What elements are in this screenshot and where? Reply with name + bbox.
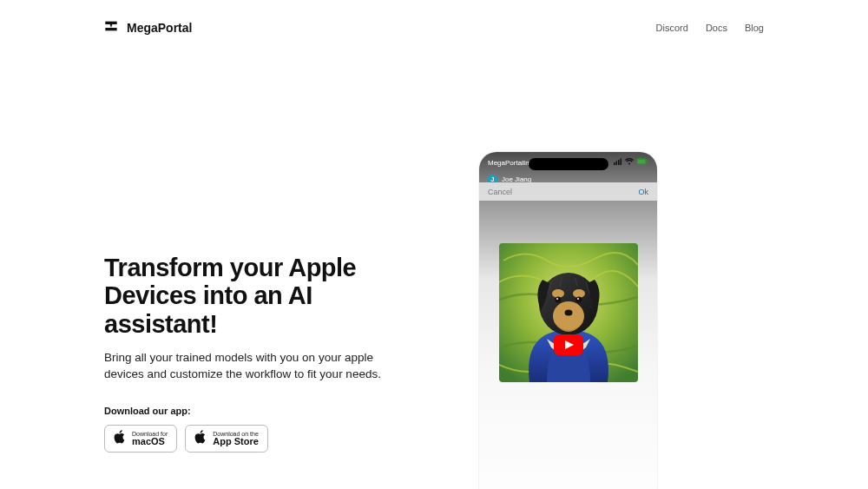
download-appstore-bottom: App Store bbox=[213, 437, 259, 446]
svg-point-19 bbox=[564, 310, 572, 316]
svg-rect-9 bbox=[647, 161, 648, 163]
video-play-button[interactable] bbox=[554, 334, 583, 355]
hero-subtitle: Bring all your trained models with you o… bbox=[104, 350, 391, 383]
phone-notch bbox=[529, 158, 608, 170]
generated-image bbox=[499, 243, 638, 382]
brand-name: MegaPortal bbox=[127, 21, 192, 35]
phone-preview: MegaPortalIntro J Joe Jiang Cancel Ok bbox=[479, 152, 657, 489]
svg-rect-5 bbox=[618, 160, 620, 165]
svg-rect-6 bbox=[621, 159, 622, 166]
download-appstore-button[interactable]: Download on the App Store bbox=[185, 425, 268, 453]
hero-title: Transform your Apple Devices into an AI … bbox=[104, 254, 391, 338]
svg-point-18 bbox=[577, 298, 579, 300]
svg-point-15 bbox=[555, 297, 561, 303]
hero-left: Transform your Apple Devices into an AI … bbox=[104, 254, 391, 453]
signal-icon bbox=[614, 158, 622, 167]
apple-icon bbox=[194, 430, 207, 447]
svg-rect-0 bbox=[105, 22, 116, 24]
apple-icon bbox=[114, 430, 126, 447]
svg-rect-1 bbox=[105, 28, 116, 30]
download-macos-button[interactable]: Download for macOS bbox=[104, 425, 177, 453]
wifi-icon bbox=[625, 158, 634, 167]
header: MegaPortal Discord Docs Blog bbox=[0, 0, 868, 36]
avatar-initial: J bbox=[491, 176, 495, 182]
download-macos-text: Download for macOS bbox=[132, 431, 168, 446]
nav-discord[interactable]: Discord bbox=[656, 23, 688, 33]
ok-button[interactable]: Ok bbox=[638, 188, 648, 196]
svg-rect-3 bbox=[614, 162, 615, 165]
svg-point-17 bbox=[556, 298, 558, 300]
brand-icon bbox=[104, 19, 118, 36]
status-icons bbox=[614, 158, 648, 167]
download-macos-bottom: macOS bbox=[132, 437, 168, 446]
download-appstore-text: Download on the App Store bbox=[213, 431, 259, 446]
nav-right: Discord Docs Blog bbox=[656, 23, 764, 33]
nav-docs[interactable]: Docs bbox=[706, 23, 727, 33]
nav-blog[interactable]: Blog bbox=[745, 23, 764, 33]
phone-overlay-bar: Cancel Ok bbox=[479, 182, 657, 201]
download-label: Download our app: bbox=[104, 406, 391, 416]
svg-point-16 bbox=[575, 297, 582, 303]
battery-icon bbox=[636, 158, 648, 167]
svg-rect-8 bbox=[638, 160, 646, 164]
hero: Transform your Apple Devices into an AI … bbox=[0, 158, 868, 453]
download-buttons: Download for macOS Download on the App S… bbox=[104, 425, 391, 453]
svg-point-12 bbox=[553, 301, 584, 331]
svg-marker-2 bbox=[110, 24, 113, 28]
cancel-button[interactable]: Cancel bbox=[488, 188, 512, 196]
brand[interactable]: MegaPortal bbox=[104, 19, 192, 36]
svg-rect-4 bbox=[616, 162, 618, 166]
